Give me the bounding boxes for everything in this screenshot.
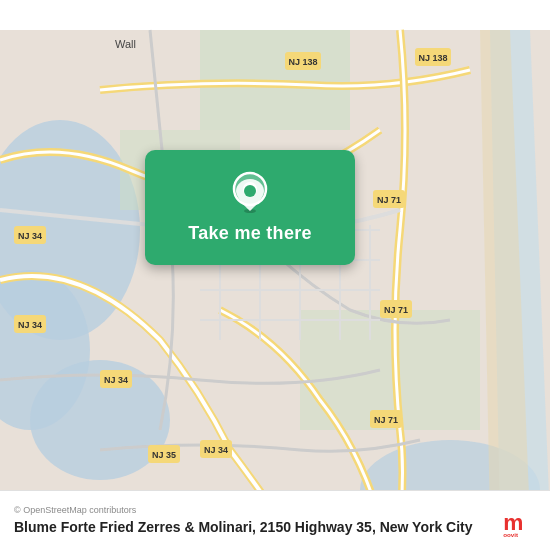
bottom-info: © OpenStreetMap contributors Blume Forte… <box>14 505 502 536</box>
svg-text:oovit: oovit <box>503 530 518 537</box>
svg-text:NJ 34: NJ 34 <box>18 320 42 330</box>
map-container: NJ 34 NJ 34 NJ 34 NJ 34 NJ 35 NJ 71 NJ 7… <box>0 0 550 550</box>
svg-text:NJ 35: NJ 35 <box>152 450 176 460</box>
svg-text:Wall: Wall <box>115 38 136 50</box>
map-pin-icon <box>228 171 272 215</box>
take-me-there-label: Take me there <box>188 223 312 244</box>
take-me-there-button[interactable]: Take me there <box>145 150 355 265</box>
map-attribution: © OpenStreetMap contributors <box>14 505 502 515</box>
svg-point-41 <box>244 185 256 197</box>
location-name: Blume Forte Fried Zerres & Molinari, 215… <box>14 518 502 536</box>
svg-text:NJ 71: NJ 71 <box>374 415 398 425</box>
svg-text:NJ 34: NJ 34 <box>104 375 128 385</box>
svg-text:NJ 138: NJ 138 <box>418 53 447 63</box>
moovit-logo-icon: m oovit <box>502 504 536 538</box>
svg-text:NJ 34: NJ 34 <box>18 231 42 241</box>
bottom-bar: © OpenStreetMap contributors Blume Forte… <box>0 490 550 550</box>
svg-text:NJ 71: NJ 71 <box>384 305 408 315</box>
svg-text:NJ 138: NJ 138 <box>288 57 317 67</box>
map-background: NJ 34 NJ 34 NJ 34 NJ 34 NJ 35 NJ 71 NJ 7… <box>0 0 550 550</box>
svg-text:NJ 34: NJ 34 <box>204 445 228 455</box>
svg-text:NJ 71: NJ 71 <box>377 195 401 205</box>
moovit-logo: m oovit <box>502 504 536 538</box>
